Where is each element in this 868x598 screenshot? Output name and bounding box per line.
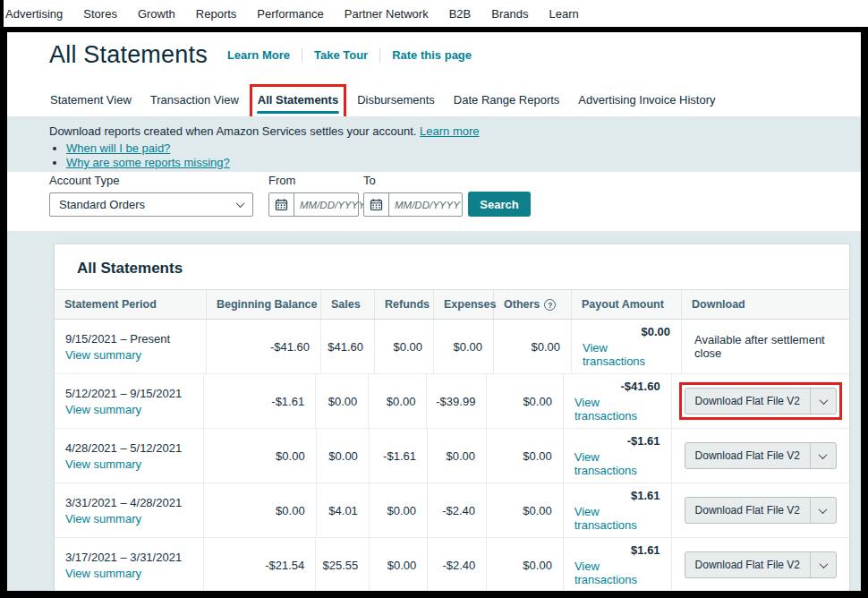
top-navigation: AdvertisingStoresGrowthReportsPerformanc… xyxy=(4,0,868,27)
tab-label: Transaction View xyxy=(150,93,239,107)
nav-item-stores[interactable]: Stores xyxy=(83,7,117,21)
expenses-value: -$2.40 xyxy=(428,483,487,537)
to-label: To xyxy=(363,174,468,187)
header-link-divider xyxy=(379,48,380,63)
payout-amount: $0.00 xyxy=(641,325,670,338)
banner-bullet-link-why-are-some-reports-missing[interactable]: Why are some reports missing? xyxy=(66,156,230,169)
tab-disbursements[interactable]: Disbursements xyxy=(356,90,436,110)
header-link-rate-this-page[interactable]: Rate this page xyxy=(392,48,472,62)
view-transactions-link[interactable]: View transactions xyxy=(574,560,660,586)
payout-amount: $1.61 xyxy=(631,489,660,502)
sales-value: $25.55 xyxy=(316,538,370,591)
view-summary-link[interactable]: View summary xyxy=(65,403,192,416)
download-button-group: Download Flat File V2 xyxy=(685,497,837,524)
tab-transaction-view[interactable]: Transaction View xyxy=(149,90,240,110)
refunds-value: -$1.61 xyxy=(370,429,428,483)
header-links: Learn MoreTake TourRate this page xyxy=(227,48,472,63)
download-flat-file-button[interactable]: Download Flat File V2 xyxy=(685,442,837,469)
table-row: 3/31/2021 – 4/28/2021View summary$0.00$4… xyxy=(55,483,849,538)
statement-period-cell: 9/15/2021 – PresentView summary xyxy=(55,320,207,373)
tab-bar: Statement ViewTransaction ViewAll Statem… xyxy=(49,90,717,110)
others-value: $0.00 xyxy=(487,538,564,591)
download-button-label: Download Flat File V2 xyxy=(685,389,810,414)
view-transactions-link[interactable]: View transactions xyxy=(583,341,670,368)
content-area: All Statements Statement PeriodBeginning… xyxy=(7,231,861,591)
download-button-group: Download Flat File V2 xyxy=(685,442,837,469)
statement-period: 4/28/2021 – 5/12/2021 xyxy=(65,441,192,455)
payout-cell: -$1.61View transactions xyxy=(564,429,672,483)
banner-learn-more-link[interactable]: Learn more xyxy=(420,124,479,138)
expenses-value: -$2.40 xyxy=(428,538,487,591)
column-header-download: Download xyxy=(682,290,849,319)
download-dropdown-toggle[interactable] xyxy=(810,552,836,577)
view-transactions-link[interactable]: View transactions xyxy=(574,505,660,532)
view-summary-link[interactable]: View summary xyxy=(65,348,195,362)
column-header-sales: Sales xyxy=(321,290,375,319)
payout-amount: $1.61 xyxy=(631,543,660,557)
chevron-down-icon xyxy=(236,199,245,208)
from-date-input[interactable]: MM/DD/YYYY xyxy=(268,192,359,217)
download-availability-note: Available after settlement close xyxy=(694,333,837,360)
table-row: 5/12/2021 – 9/15/2021View summary-$1.61$… xyxy=(55,374,849,429)
statement-period-cell: 4/28/2021 – 5/12/2021View summary xyxy=(55,429,204,483)
nav-item-partner-network[interactable]: Partner Network xyxy=(345,7,429,21)
header-link-take-tour[interactable]: Take Tour xyxy=(314,48,368,62)
tab-statement-view[interactable]: Statement View xyxy=(49,90,132,110)
download-button-label: Download Flat File V2 xyxy=(685,443,810,468)
download-flat-file-button[interactable]: Download Flat File V2 xyxy=(685,497,837,524)
help-question-icon[interactable]: ? xyxy=(544,299,556,311)
download-flat-file-button[interactable]: Download Flat File V2 xyxy=(685,551,837,578)
refunds-value: $0.00 xyxy=(370,483,428,537)
payout-amount: -$41.60 xyxy=(621,380,660,393)
main-frame: All Statements Learn MoreTake TourRate t… xyxy=(7,32,861,591)
header-link-learn-more[interactable]: Learn More xyxy=(227,48,290,62)
beginning-balance-value: -$1.61 xyxy=(204,374,317,428)
column-header-others: Others? xyxy=(494,290,572,319)
info-banner: Download reports created when Amazon Ser… xyxy=(7,116,861,172)
account-type-select[interactable]: Standard Orders xyxy=(49,192,253,217)
view-summary-link[interactable]: View summary xyxy=(65,457,192,471)
sales-value: $41.60 xyxy=(321,320,375,373)
banner-text: Download reports created when Amazon Ser… xyxy=(49,124,416,138)
nav-item-performance[interactable]: Performance xyxy=(257,7,323,21)
nav-item-growth[interactable]: Growth xyxy=(138,7,175,21)
tab-all-statements[interactable]: All Statements xyxy=(257,90,339,110)
tab-label: Statement View xyxy=(50,93,132,107)
tab-date-range-reports[interactable]: Date Range Reports xyxy=(453,90,561,110)
banner-bullet-link-when-will-i-be-paid[interactable]: When will I be paid? xyxy=(66,141,170,155)
view-summary-link[interactable]: View summary xyxy=(65,512,192,525)
nav-item-reports[interactable]: Reports xyxy=(196,7,237,21)
table-row: 3/17/2021 – 3/31/2021View summary-$21.54… xyxy=(55,538,849,591)
column-header-label: Download xyxy=(692,298,745,311)
sales-value: $0.00 xyxy=(317,429,370,483)
refunds-value: $0.00 xyxy=(375,320,434,373)
nav-item-advertising[interactable]: Advertising xyxy=(5,7,63,21)
statement-period-cell: 5/12/2021 – 9/15/2021View summary xyxy=(55,374,204,428)
nav-item-b2b[interactable]: B2B xyxy=(449,7,472,21)
tab-advertising-invoice-history[interactable]: Advertising Invoice History xyxy=(577,90,716,110)
calendar-icon[interactable] xyxy=(269,193,294,216)
nav-item-learn[interactable]: Learn xyxy=(549,7,578,21)
statement-period: 5/12/2021 – 9/15/2021 xyxy=(65,387,192,400)
download-dropdown-toggle[interactable] xyxy=(810,498,836,523)
to-date-input[interactable]: MM/DD/YYYY xyxy=(363,192,463,217)
search-button[interactable]: Search xyxy=(468,192,531,217)
column-header-label: Payout Amount xyxy=(582,298,664,311)
chevron-down-icon xyxy=(819,396,828,405)
view-summary-link[interactable]: View summary xyxy=(65,567,192,580)
payout-cell: $1.61View transactions xyxy=(564,483,672,537)
download-dropdown-toggle[interactable] xyxy=(810,443,836,468)
refunds-value: $0.00 xyxy=(369,374,427,428)
download-dropdown-toggle[interactable] xyxy=(810,389,836,414)
download-cell: Available after settlement close xyxy=(682,320,849,373)
page-title: All Statements xyxy=(49,41,208,69)
view-transactions-link[interactable]: View transactions xyxy=(574,396,660,423)
beginning-balance-value: $0.00 xyxy=(204,429,317,483)
nav-item-brands[interactable]: Brands xyxy=(491,7,528,21)
column-header-label: Expenses xyxy=(444,298,496,311)
calendar-icon[interactable] xyxy=(364,193,389,216)
statement-period: 3/17/2021 – 3/31/2021 xyxy=(65,551,192,564)
active-tab-underline xyxy=(257,111,339,114)
download-flat-file-button[interactable]: Download Flat File V2 xyxy=(685,388,837,414)
view-transactions-link[interactable]: View transactions xyxy=(574,450,660,477)
